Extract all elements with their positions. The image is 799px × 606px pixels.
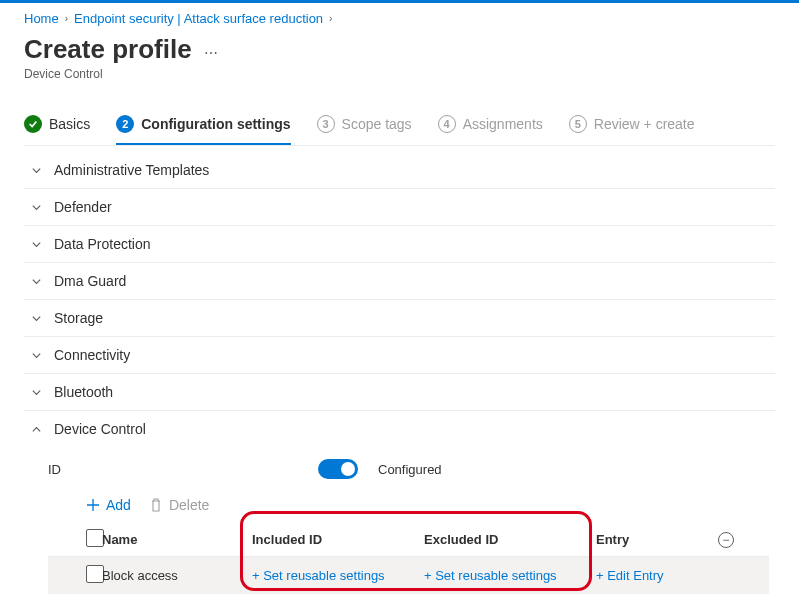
id-grid: Name Included ID Excluded ID Entry − Blo…	[48, 523, 769, 594]
step-basics[interactable]: Basics	[24, 109, 90, 145]
section-label: Defender	[54, 199, 112, 215]
toggle-state-text: Configured	[378, 462, 442, 477]
section-label: Data Protection	[54, 236, 151, 252]
step-label: Scope tags	[342, 116, 412, 132]
setting-id-label: ID	[48, 462, 298, 477]
row-name: Block access	[102, 568, 252, 583]
step-number-icon: 3	[317, 115, 335, 133]
chevron-right-icon: ›	[65, 13, 68, 24]
section-label: Connectivity	[54, 347, 130, 363]
breadcrumb-section[interactable]: Endpoint security | Attack surface reduc…	[74, 11, 323, 26]
delete-label: Delete	[169, 497, 209, 513]
wizard-steps: Basics 2 Configuration settings 3 Scope …	[24, 109, 775, 146]
check-icon	[24, 115, 42, 133]
step-number-icon: 4	[438, 115, 456, 133]
trash-icon	[149, 498, 163, 512]
chevron-right-icon: ›	[329, 13, 332, 24]
table-row: Block access + Set reusable settings + S…	[48, 557, 769, 594]
chevron-down-icon	[30, 164, 42, 176]
column-included-id[interactable]: Included ID	[252, 532, 424, 547]
step-label: Basics	[49, 116, 90, 132]
step-label: Assignments	[463, 116, 543, 132]
column-entry[interactable]: Entry	[596, 532, 706, 547]
page-title: Create profile	[24, 34, 192, 65]
breadcrumb-home[interactable]: Home	[24, 11, 59, 26]
breadcrumb: Home › Endpoint security | Attack surfac…	[24, 11, 775, 26]
edit-entry[interactable]: + Edit Entry	[596, 568, 664, 583]
section-device-control[interactable]: Device Control	[24, 411, 775, 447]
section-label: Storage	[54, 310, 103, 326]
step-label: Review + create	[594, 116, 695, 132]
chevron-up-icon	[30, 423, 42, 435]
chevron-down-icon	[30, 349, 42, 361]
grid-header: Name Included ID Excluded ID Entry −	[48, 523, 769, 557]
column-excluded-id[interactable]: Excluded ID	[424, 532, 596, 547]
set-excluded-reusable-settings[interactable]: + Set reusable settings	[424, 568, 557, 583]
delete-button[interactable]: Delete	[149, 497, 209, 513]
step-scope-tags[interactable]: 3 Scope tags	[317, 109, 412, 145]
section-administrative-templates[interactable]: Administrative Templates	[24, 152, 775, 188]
section-defender[interactable]: Defender	[24, 189, 775, 225]
section-dma-guard[interactable]: Dma Guard	[24, 263, 775, 299]
section-label: Bluetooth	[54, 384, 113, 400]
add-label: Add	[106, 497, 131, 513]
add-button[interactable]: Add	[86, 497, 131, 513]
plus-icon	[86, 498, 100, 512]
settings-accordion: Administrative Templates Defender Data P…	[24, 152, 775, 606]
more-actions-button[interactable]: ⋯	[204, 45, 219, 61]
chevron-down-icon	[30, 201, 42, 213]
section-bluetooth[interactable]: Bluetooth	[24, 374, 775, 410]
remove-column-icon[interactable]: −	[718, 532, 734, 548]
step-review-create[interactable]: 5 Review + create	[569, 109, 695, 145]
configured-toggle[interactable]	[318, 459, 358, 479]
page-subtitle: Device Control	[24, 67, 775, 81]
step-number-icon: 5	[569, 115, 587, 133]
chevron-down-icon	[30, 275, 42, 287]
step-assignments[interactable]: 4 Assignments	[438, 109, 543, 145]
section-label: Administrative Templates	[54, 162, 209, 178]
step-configuration-settings[interactable]: 2 Configuration settings	[116, 109, 290, 145]
section-connectivity[interactable]: Connectivity	[24, 337, 775, 373]
chevron-down-icon	[30, 238, 42, 250]
set-included-reusable-settings[interactable]: + Set reusable settings	[252, 568, 385, 583]
section-label: Dma Guard	[54, 273, 126, 289]
section-data-protection[interactable]: Data Protection	[24, 226, 775, 262]
section-label: Device Control	[54, 421, 146, 437]
column-name[interactable]: Name	[102, 532, 252, 547]
section-storage[interactable]: Storage	[24, 300, 775, 336]
step-label: Configuration settings	[141, 116, 290, 132]
chevron-down-icon	[30, 386, 42, 398]
step-number-icon: 2	[116, 115, 134, 133]
chevron-down-icon	[30, 312, 42, 324]
